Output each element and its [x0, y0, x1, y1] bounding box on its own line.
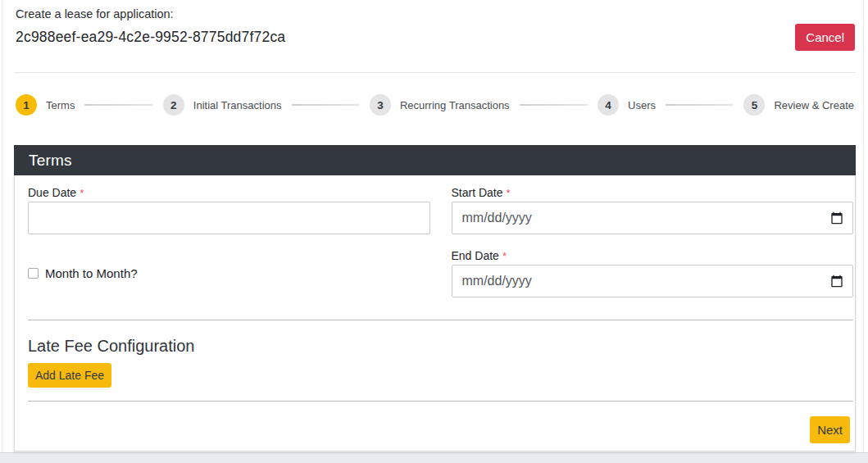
due-date-input[interactable]: [28, 202, 430, 234]
calendar-icon[interactable]: [830, 211, 843, 225]
stepper-step-initial-transactions[interactable]: 2 Initial Transactions: [163, 94, 282, 116]
stepper-step-terms[interactable]: 1 Terms: [16, 94, 75, 116]
required-asterisk: *: [502, 250, 507, 262]
section-divider: [28, 320, 853, 320]
stepper-step-recurring-transactions[interactable]: 3 Recurring Transactions: [370, 94, 510, 116]
stepper-step-users[interactable]: 4 Users: [598, 94, 656, 116]
step-label: Users: [628, 99, 656, 111]
date-placeholder: mm/dd/yyyy: [462, 211, 532, 225]
late-fee-heading: Late Fee Configuration: [28, 337, 853, 356]
month-to-month-checkbox[interactable]: [28, 268, 39, 279]
month-to-month-field-group: Month to Month?: [28, 266, 430, 280]
application-id: 2c988eef-ea29-4c2e-9952-8775dd7f72ca: [16, 29, 856, 46]
card-footer: Next: [28, 416, 853, 443]
calendar-icon[interactable]: [830, 275, 843, 288]
step-number-badge: 3: [370, 94, 391, 116]
terms-form-card: Due Date* Start Date* mm/dd/yyyy: [14, 175, 856, 452]
add-late-fee-button[interactable]: Add Late Fee: [28, 363, 111, 388]
step-label: Review & Create: [774, 99, 854, 111]
step-number-badge: 4: [598, 94, 619, 116]
section-header-terms: Terms: [14, 145, 856, 175]
due-date-label: Due Date*: [28, 186, 430, 199]
due-date-field-group: Due Date*: [28, 186, 430, 234]
stepper-connector: [292, 104, 360, 106]
end-date-input[interactable]: mm/dd/yyyy: [452, 265, 854, 297]
page-container: Create a lease for application: 2c988eef…: [2, 0, 864, 452]
page-bottom-strip: [0, 452, 868, 463]
month-to-month-label[interactable]: Month to Month?: [45, 266, 138, 280]
required-asterisk: *: [507, 187, 511, 199]
date-placeholder: mm/dd/yyyy: [462, 274, 532, 288]
stepper-step-review-create[interactable]: 5 Review & Create: [743, 94, 854, 116]
stepper-connector: [84, 104, 152, 106]
wizard-stepper: 1 Terms 2 Initial Transactions 3 Recurri…: [14, 73, 856, 137]
step-number-badge: 5: [743, 94, 765, 116]
start-date-input[interactable]: mm/dd/yyyy: [452, 202, 854, 234]
cancel-button[interactable]: Cancel: [795, 24, 855, 51]
stepper-connector: [520, 104, 588, 106]
start-date-label: Start Date*: [452, 186, 854, 199]
step-number-badge: 1: [16, 94, 37, 116]
step-label: Initial Transactions: [193, 99, 282, 111]
terms-form-grid: Due Date* Start Date* mm/dd/yyyy: [28, 186, 853, 297]
required-asterisk: *: [80, 187, 84, 199]
end-date-field-group: End Date* mm/dd/yyyy: [452, 249, 854, 297]
next-button[interactable]: Next: [810, 416, 850, 443]
section-title: Terms: [29, 152, 72, 170]
step-label: Recurring Transactions: [400, 99, 510, 111]
page-title: Create a lease for application:: [16, 7, 856, 20]
step-number-badge: 2: [163, 94, 184, 116]
footer-divider: [28, 401, 853, 402]
start-date-field-group: Start Date* mm/dd/yyyy: [452, 186, 854, 234]
stepper-connector: [666, 104, 734, 106]
end-date-label: End Date*: [452, 249, 854, 262]
step-label: Terms: [46, 99, 75, 111]
page-header: Create a lease for application: 2c988eef…: [14, 0, 856, 73]
